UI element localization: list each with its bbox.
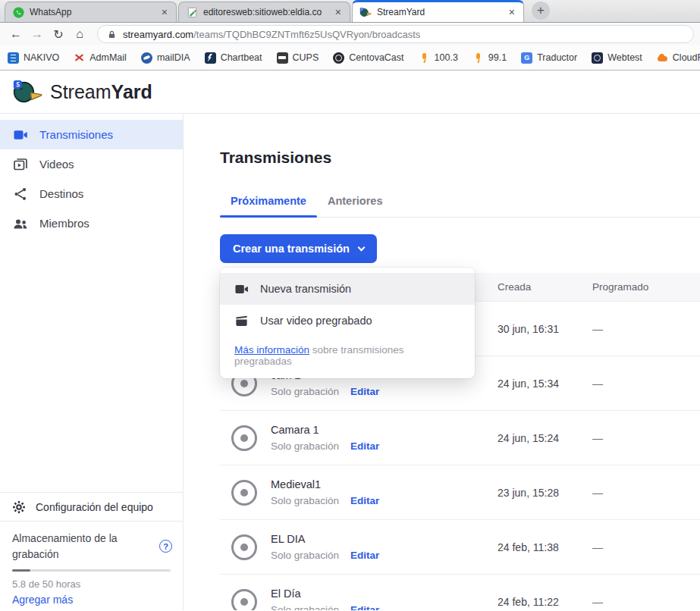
- tab-streamyard[interactable]: StreamYard ×: [352, 0, 524, 22]
- broadcast-name: EL DIA: [271, 533, 379, 545]
- scheduled-cell: —: [592, 323, 700, 335]
- scheduled-cell: —: [592, 378, 700, 390]
- created-cell: 23 jun, 15:28: [498, 487, 592, 499]
- bookmark-item[interactable]: CUPS: [277, 52, 319, 64]
- edit-link[interactable]: Editar: [350, 550, 379, 561]
- bookmark-item[interactable]: Webtest: [592, 52, 642, 64]
- menu-item-nueva-transmision[interactable]: Nueva transmisión: [220, 273, 475, 305]
- translate-icon: [521, 52, 532, 64]
- edit-link[interactable]: Editar: [350, 440, 379, 452]
- app-header: StreamYard: [0, 70, 700, 114]
- edit-link[interactable]: Editar: [350, 386, 379, 397]
- scheduled-cell: —: [592, 432, 700, 444]
- created-cell: 30 jun, 16:31: [498, 323, 592, 335]
- table-row[interactable]: Medieval1 Solo grabación Editar 23 jun, …: [220, 465, 700, 520]
- broadcast-type: Solo grabación: [271, 495, 339, 506]
- close-icon[interactable]: ×: [160, 6, 169, 18]
- broadcast-name: Camara 1: [271, 424, 379, 436]
- team-settings-button[interactable]: Configuración del equipo: [0, 492, 183, 522]
- created-cell: 24 feb, 11:22: [498, 596, 592, 608]
- create-broadcast-dropdown: Nueva transmisión Usar video pregrabado …: [220, 268, 475, 378]
- sidebar-item-miembros[interactable]: Miembros: [0, 208, 183, 238]
- record-icon: [231, 589, 257, 611]
- webtest-icon: [592, 52, 603, 64]
- broadcast-type: Solo grabación: [271, 550, 339, 561]
- bookmark-item[interactable]: CentovaCast: [333, 52, 403, 64]
- url-path: /teams/TQDhBC9ZNTmft6z5UsQVRyon/broadcas…: [193, 29, 420, 40]
- more-info-link[interactable]: Más información: [234, 344, 309, 356]
- menu-item-label: Nueva transmisión: [260, 283, 351, 295]
- sidebar: Transmisiones Videos Destinos Miembros C…: [0, 114, 184, 610]
- close-icon[interactable]: ×: [334, 6, 343, 18]
- table-row[interactable]: El Día Solo grabación Editar 24 feb, 11:…: [220, 575, 700, 610]
- sidebar-item-transmisiones[interactable]: Transmisiones: [0, 120, 183, 149]
- team-settings-label: Configuración del equipo: [36, 501, 153, 513]
- broadcast-type: Solo grabación: [271, 386, 339, 397]
- url-domain: streamyard.com: [123, 29, 193, 40]
- create-broadcast-button[interactable]: Crear una transmisión: [220, 234, 377, 263]
- sidebar-item-destinos[interactable]: Destinos: [0, 179, 183, 208]
- bookmark-label: AdmMail: [89, 52, 127, 63]
- camera-icon: [13, 127, 28, 143]
- tab-title: StreamYard: [377, 7, 502, 17]
- camera-icon: [234, 282, 249, 296]
- create-broadcast-label: Crear una transmisión: [233, 243, 350, 255]
- broadcast-name: El Día: [271, 588, 379, 600]
- bookmark-item[interactable]: 99.1: [472, 52, 507, 64]
- url-text: streamyard.com/teams/TQDhBC9ZNTmft6z5UsQ…: [123, 29, 420, 40]
- forward-icon[interactable]: →: [27, 27, 47, 41]
- streamyard-logo-icon: [12, 78, 42, 106]
- header-scheduled: Programado: [592, 281, 700, 293]
- bookmark-label: CUPS: [293, 52, 319, 63]
- chevron-down-icon: [357, 243, 365, 251]
- bookmarks-bar: NAKIVO AdmMail mailDIA Chartbeat CUPS Ce…: [0, 45, 700, 70]
- storage-usage-text: 5.8 de 50 horas: [12, 578, 171, 590]
- storage-progress-fill: [12, 569, 30, 572]
- help-icon[interactable]: ?: [159, 540, 172, 553]
- bookmark-label: NAKIVO: [24, 52, 59, 63]
- bookmark-item[interactable]: mailDIA: [141, 52, 190, 64]
- sidebar-item-videos[interactable]: Videos: [0, 149, 183, 179]
- bookmark-item[interactable]: Chartbeat: [205, 52, 262, 64]
- created-cell: 24 jun, 15:24: [498, 432, 592, 444]
- bookmark-item[interactable]: NAKIVO: [8, 52, 59, 64]
- record-icon: [231, 425, 257, 451]
- table-row[interactable]: EL DIA Solo grabación Editar 24 feb, 11:…: [220, 520, 700, 575]
- edit-link[interactable]: Editar: [350, 495, 379, 506]
- bookmark-label: Webtest: [607, 52, 642, 63]
- tab-editoresweb[interactable]: editoresweb:sitioweb:eldia.co ×: [178, 2, 350, 22]
- bookmark-item[interactable]: CloudFlare: [657, 52, 700, 64]
- storage-progress-track: [12, 569, 171, 572]
- reload-icon[interactable]: ↻: [49, 27, 68, 42]
- logo-stream: Stream: [50, 81, 111, 102]
- created-cell: 24 jun, 15:34: [498, 378, 592, 390]
- bookmark-item[interactable]: AdmMail: [74, 52, 127, 64]
- tab-anteriores[interactable]: Anteriores: [317, 195, 394, 217]
- bookmark-item[interactable]: 100.3: [419, 52, 458, 64]
- address-bar[interactable]: streamyard.com/teams/TQDhBC9ZNTmft6z5UsQ…: [97, 25, 694, 43]
- lock-icon: [107, 30, 117, 39]
- mic-icon: [472, 52, 484, 64]
- table-row[interactable]: Camara 1 Solo grabación Editar 24 jun, 1…: [220, 411, 700, 465]
- record-icon: [231, 480, 257, 506]
- edit-link[interactable]: Editar: [350, 604, 379, 610]
- close-icon[interactable]: ×: [507, 6, 516, 18]
- add-more-link[interactable]: Agregar más: [12, 594, 171, 606]
- broadcast-name: Medieval1: [271, 478, 379, 490]
- mic-icon: [419, 52, 430, 64]
- back-icon[interactable]: ←: [6, 27, 26, 41]
- tab-whatsapp[interactable]: WhatsApp ×: [5, 2, 177, 22]
- menu-item-usar-video-pregrabado[interactable]: Usar video pregrabado: [220, 305, 475, 337]
- app-logo-text: StreamYard: [50, 81, 152, 103]
- home-icon[interactable]: ⌂: [70, 27, 89, 41]
- broadcast-type: Solo grabación: [271, 440, 339, 452]
- sidebar-item-label: Videos: [39, 158, 74, 171]
- new-tab-button[interactable]: +: [532, 2, 550, 20]
- broadcast-type: Solo grabación: [271, 604, 339, 610]
- tab-proximamente[interactable]: Próximamente: [220, 195, 317, 217]
- chartbeat-icon: [205, 52, 216, 64]
- scheduled-cell: —: [592, 541, 700, 553]
- cups-icon: [277, 52, 288, 64]
- bookmark-item[interactable]: Traductor: [521, 52, 577, 64]
- maildia-icon: [141, 52, 152, 64]
